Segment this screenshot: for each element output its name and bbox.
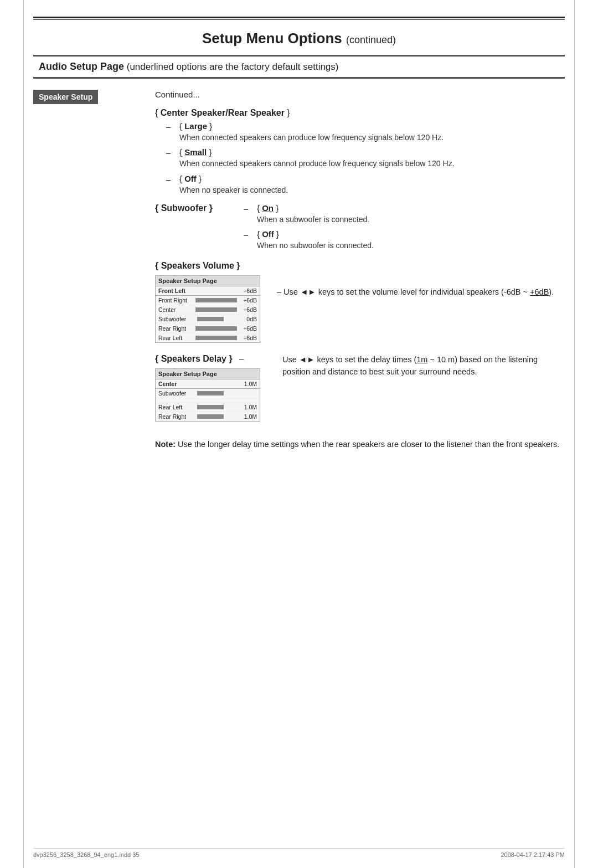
table-row: Front Right +6dB — [156, 296, 260, 305]
table-row: Rear Right +6dB — [156, 324, 260, 333]
table-row: Subwoofer 0dB — [156, 315, 260, 324]
option-large-desc: When connected speakers can produce low … — [179, 132, 565, 143]
page-wrapper: Setup Menu Options (continued) Audio Set… — [0, 0, 598, 868]
page-title-continued: (continued) — [346, 34, 396, 45]
speakers-delay-section: { Speakers Delay } – Speaker Setup Page … — [155, 354, 565, 422]
delay-table-header: Center 1.0M — [156, 379, 260, 389]
table-row — [156, 398, 260, 403]
option-small-label: { Small } — [179, 147, 565, 157]
option-small: – { Small } When connected speakers cann… — [166, 147, 565, 171]
delay-label-col: { Speakers Delay } – Speaker Setup Page … — [155, 354, 277, 422]
volume-description: – Use ◄► keys to set the volume level fo… — [277, 275, 565, 299]
speaker-setup-label: Speaker Setup — [33, 90, 98, 104]
content-area: Speaker Setup Continued... { Center Spea… — [33, 79, 565, 451]
option-subwoofer-off-label: { Off } — [257, 229, 565, 239]
speaker-setup-delay-table: Speaker Setup Page Center 1.0M Subwoofer — [155, 368, 260, 422]
margin-line-left — [23, 0, 24, 868]
note-section: Note: Use the longer delay time settings… — [155, 438, 565, 450]
subwoofer-section: { Subwoofer } – { On } When a subwoofer … — [155, 203, 565, 256]
volume-table: Speaker Setup Page Front Left +6dB Front… — [155, 275, 266, 343]
note-label: Note: — [155, 440, 176, 449]
delay-description: Use ◄► keys to set the delay times (1m ~… — [282, 354, 565, 378]
footer-left: dvp3256_3258_3268_94_eng1.indd 35 — [33, 851, 139, 858]
title-border-outer — [33, 17, 565, 18]
page-title-text: Setup Menu Options — [202, 30, 342, 47]
option-subwoofer-on-label: { On } — [257, 203, 565, 213]
volume-layout: Speaker Setup Page Front Left +6dB Front… — [155, 275, 565, 343]
speakers-volume-section: { Speakers Volume } Speaker Setup Page F… — [155, 261, 565, 343]
table-row: Subwoofer — [156, 389, 260, 398]
center-speaker-section: { Center Speaker/Rear Speaker } – { Larg… — [155, 108, 565, 198]
note-text: Use the longer delay time settings when … — [178, 440, 559, 449]
speakers-volume-title: { Speakers Volume } — [155, 261, 565, 271]
option-off-center-label: { Off } — [179, 174, 565, 183]
speakers-delay-wrap: { Speakers Delay } – Speaker Setup Page … — [155, 354, 260, 422]
footer-right: 2008-04-17 2:17:43 PM — [501, 851, 565, 858]
page-footer: dvp3256_3258_3268_94_eng1.indd 35 2008-0… — [33, 848, 565, 858]
page-title: Setup Menu Options (continued) — [33, 20, 565, 55]
option-subwoofer-on: – { On } When a subwoofer is connected. — [244, 203, 565, 227]
subwoofer-options: – { On } When a subwoofer is connected. … — [244, 203, 565, 256]
volume-table-header: Front Left +6dB — [156, 286, 260, 296]
speakers-delay-title: { Speakers Delay } — [155, 354, 235, 363]
option-large-label: { Large } — [179, 121, 565, 131]
option-off-center: – { Off } When no speaker is connected. — [166, 174, 565, 198]
section-header-subtitle: (underlined options are the factory defa… — [127, 61, 339, 72]
continued-text: Continued... — [155, 90, 565, 99]
option-off-center-desc: When no speaker is connected. — [179, 184, 565, 196]
speaker-setup-volume-table: Speaker Setup Page Front Left +6dB Front… — [155, 275, 260, 343]
center-speaker-title: { Center Speaker/Rear Speaker } — [155, 108, 565, 118]
table-row: Rear Left +6dB — [156, 333, 260, 342]
section-header-label: Audio Setup Page — [39, 61, 124, 72]
table-row: Rear Left 1.0M — [156, 403, 260, 412]
margin-line-right — [574, 0, 575, 868]
table-row: Rear Right 1.0M — [156, 412, 260, 421]
volume-table-title: Speaker Setup Page — [156, 276, 260, 286]
delay-table-title: Speaker Setup Page — [156, 369, 260, 379]
option-small-desc: When connected speakers cannot produce l… — [179, 158, 565, 169]
subwoofer-label: { Subwoofer } — [155, 203, 244, 213]
option-large: – { Large } When connected speakers can … — [166, 121, 565, 145]
center-speaker-options: – { Large } When connected speakers can … — [166, 121, 565, 198]
option-subwoofer-off: – { Off } When no subwoofer is connected… — [244, 229, 565, 253]
left-column: Speaker Setup — [33, 79, 150, 451]
right-column: Continued... { Center Speaker/Rear Speak… — [150, 79, 565, 451]
option-subwoofer-on-desc: When a subwoofer is connected. — [257, 214, 565, 225]
delay-layout: { Speakers Delay } – Speaker Setup Page … — [155, 354, 565, 422]
section-header: Audio Setup Page (underlined options are… — [33, 55, 565, 79]
table-row: Center +6dB — [156, 305, 260, 315]
option-subwoofer-off-desc: When no subwoofer is connected. — [257, 240, 565, 251]
